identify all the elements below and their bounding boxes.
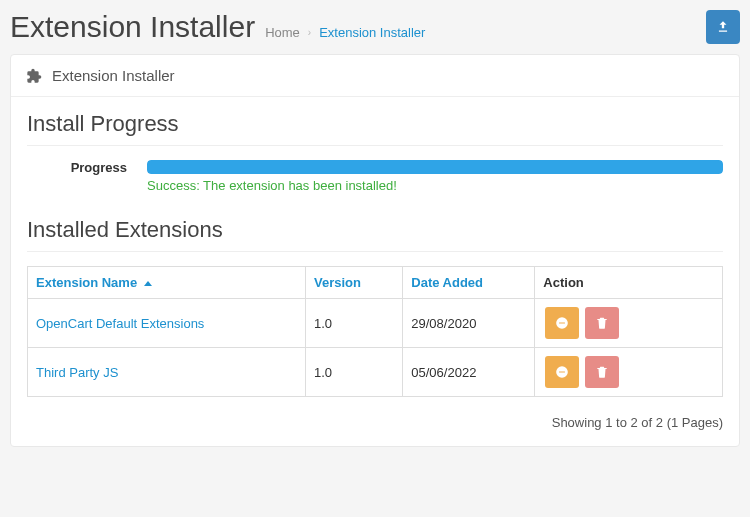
chevron-right-icon: › [308, 27, 311, 38]
table-row: OpenCart Default Extensions 1.0 29/08/20… [28, 299, 723, 348]
page-header: Extension Installer Home › Extension Ins… [0, 0, 750, 54]
panel-body: Install Progress Progress Success: The e… [11, 97, 739, 446]
pagination-info: Showing 1 to 2 of 2 (1 Pages) [27, 415, 723, 430]
installed-extensions-legend: Installed Extensions [27, 217, 723, 252]
sort-date-link[interactable]: Date Added [411, 275, 483, 290]
breadcrumb-current[interactable]: Extension Installer [319, 25, 425, 40]
extension-version: 1.0 [306, 299, 403, 348]
sort-version-link[interactable]: Version [314, 275, 361, 290]
header-left: Extension Installer Home › Extension Ins… [10, 10, 425, 44]
progress-bar-fill [147, 160, 723, 174]
install-progress-legend: Install Progress [27, 111, 723, 146]
col-header-date[interactable]: Date Added [403, 267, 535, 299]
upload-icon [716, 20, 730, 34]
extension-date: 05/06/2022 [403, 348, 535, 397]
col-header-name-text: Extension Name [36, 275, 137, 290]
uninstall-button[interactable] [585, 356, 619, 388]
trash-icon [595, 365, 609, 379]
extension-name-link[interactable]: OpenCart Default Extensions [36, 316, 204, 331]
progress-bar [147, 160, 723, 174]
progress-wrap: Success: The extension has been installe… [147, 160, 723, 193]
trash-icon [595, 316, 609, 330]
sort-asc-icon [144, 281, 152, 286]
extension-actions [535, 348, 723, 397]
minus-circle-icon [555, 365, 569, 379]
extension-name-link[interactable]: Third Party JS [36, 365, 118, 380]
extension-actions [535, 299, 723, 348]
panel-heading: Extension Installer [11, 55, 739, 97]
extension-version: 1.0 [306, 348, 403, 397]
minus-circle-icon [555, 316, 569, 330]
panel: Extension Installer Install Progress Pro… [10, 54, 740, 447]
breadcrumb-home[interactable]: Home [265, 25, 300, 40]
col-header-action: Action [535, 267, 723, 299]
extensions-table: Extension Name Version Date Added Action [27, 266, 723, 397]
breadcrumb: Home › Extension Installer [265, 25, 425, 40]
success-message: Success: The extension has been installe… [147, 178, 723, 193]
disable-button[interactable] [545, 307, 579, 339]
table-row: Third Party JS 1.0 05/06/2022 [28, 348, 723, 397]
col-header-version[interactable]: Version [306, 267, 403, 299]
upload-button[interactable] [706, 10, 740, 44]
puzzle-icon [26, 68, 42, 84]
progress-row: Progress Success: The extension has been… [27, 160, 723, 193]
col-header-name[interactable]: Extension Name [28, 267, 306, 299]
sort-name-link[interactable]: Extension Name [36, 275, 152, 290]
panel-heading-text: Extension Installer [52, 67, 175, 84]
uninstall-button[interactable] [585, 307, 619, 339]
page-title: Extension Installer [10, 10, 255, 44]
table-header-row: Extension Name Version Date Added Action [28, 267, 723, 299]
disable-button[interactable] [545, 356, 579, 388]
progress-label: Progress [27, 160, 127, 175]
extension-date: 29/08/2020 [403, 299, 535, 348]
